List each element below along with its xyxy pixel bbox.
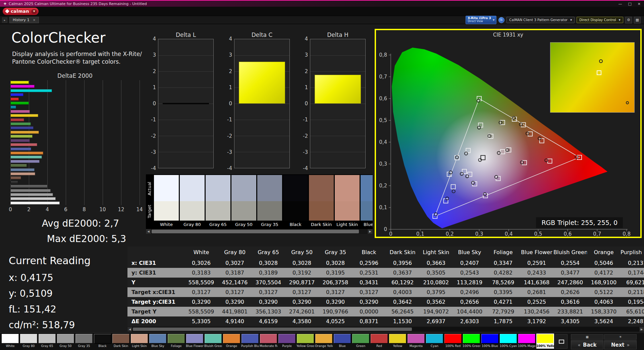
deltae-bar-light-skin	[10, 172, 35, 175]
swatch-label: Blue Sky	[361, 221, 373, 228]
swatch-scroll-left-icon[interactable]: ◀	[146, 229, 151, 234]
palette-item-orange[interactable]: Orange	[223, 334, 240, 349]
pattern-palette-bar: WhiteGray 80Gray 65Gray 50Gray 35BlackDa…	[0, 333, 644, 350]
deltae-bar-black	[10, 181, 18, 184]
pattern-window-icon	[559, 340, 564, 344]
maximize-button[interactable]: □	[628, 2, 631, 6]
next-arrows-icon: »	[627, 342, 630, 348]
page-title: ColorChecker	[11, 30, 105, 46]
palette-item-100-yellow[interactable]: 100% Yellow	[536, 334, 554, 349]
palette-item-yellow-green[interactable]: Yellow Green	[297, 334, 314, 349]
palette-item-green[interactable]: Green	[352, 334, 370, 349]
palette-item-black[interactable]: Black	[94, 334, 111, 349]
palette-item-100-cyan[interactable]: 100% Cyan	[499, 334, 517, 349]
palette-swatch	[407, 334, 425, 344]
tab-scroll-button[interactable]: ▸	[2, 17, 7, 23]
swatch-comparison-strip: Actual Target WhiteGray 80Gray 65Gray 50…	[146, 174, 373, 234]
delta-gridline	[158, 120, 213, 120]
table-cell: 356,1303	[252, 308, 285, 315]
palette-item-red[interactable]: Red	[370, 334, 388, 349]
palette-item-moderate-red[interactable]: Moderate Red	[260, 334, 277, 349]
palette-item-foliage[interactable]: Foliage	[167, 334, 185, 349]
table-cell: 0,3026	[184, 260, 218, 266]
table-cell: 5,3305	[184, 318, 218, 325]
cie-x-tick-label: 0,5	[534, 231, 542, 237]
layout-grid-button[interactable]: ▦	[634, 17, 641, 23]
window-title: Calman 2025 Calman Ultimate for Business…	[9, 2, 147, 6]
table-scroll-left-icon[interactable]: ◀	[127, 327, 132, 332]
tab-history-1[interactable]: History 1 ×	[9, 17, 39, 23]
calman-menu-button[interactable]: calman ▼	[3, 8, 39, 15]
palette-label: Purplish Blue	[241, 344, 259, 349]
palette-item-gray-80[interactable]: Gray 80	[20, 334, 38, 349]
table-cell: 4,9140	[218, 318, 252, 325]
swatch-target	[206, 201, 230, 221]
palette-item-light-skin[interactable]: Light Skin	[130, 334, 148, 349]
palette-item-orange-yellow[interactable]: Orange Yellow	[315, 334, 333, 349]
delta-gridline	[234, 55, 289, 56]
table-scroll-track[interactable]	[132, 327, 639, 332]
swatch-scroll-thumb[interactable]	[152, 230, 359, 233]
palette-item-cyan[interactable]: Cyan	[426, 334, 443, 349]
tab-close-icon[interactable]: ×	[33, 18, 36, 22]
palette-item-blue-sky[interactable]: Blue Sky	[149, 334, 167, 349]
palette-item-yellow[interactable]: Yellow	[389, 334, 407, 349]
calman-logo-text: calman	[11, 9, 29, 14]
deltae-bar-100-yellow	[10, 81, 29, 84]
palette-swatch	[444, 334, 462, 344]
palette-item-blue[interactable]: Blue	[333, 334, 351, 349]
delta-ytick-label: 0	[147, 101, 156, 107]
palette-item-purple[interactable]: Purple	[278, 334, 296, 349]
palette-item-100-magenta[interactable]: 100% Magenta	[518, 334, 536, 349]
palette-item-100-green[interactable]: 100% Green	[463, 334, 480, 349]
palette-item-white[interactable]: White	[1, 334, 19, 349]
palette-item-bluish-green[interactable]: Bluish Green	[204, 334, 222, 349]
next-button[interactable]: Next »	[604, 340, 637, 349]
table-scroll-right-icon[interactable]: ▶	[639, 327, 644, 332]
table-scroll-thumb[interactable]	[133, 328, 412, 331]
max-de2000-value: Max dE2000: 5,3	[26, 233, 147, 244]
table-cell: 0,3028	[252, 260, 285, 266]
delta-chart-plot	[310, 39, 366, 168]
palette-item-magenta[interactable]: Magenta	[407, 334, 425, 349]
swatch-scroll-track[interactable]	[151, 229, 368, 234]
table-cell: 0,3395	[486, 289, 520, 295]
minimize-button[interactable]: —	[618, 2, 622, 6]
palette-item-blue-flower[interactable]: Blue Flower	[186, 334, 204, 349]
table-row-y: Y558,5509452,1476370,5504290,8717206,375…	[127, 278, 644, 287]
delta-ytick-label: 4	[299, 36, 308, 42]
table-cell: 452,1476	[218, 279, 252, 286]
palette-item-gray-65[interactable]: Gray 65	[38, 334, 56, 349]
settings-gear-button[interactable]: ⚙	[625, 17, 632, 23]
layout-icon-button[interactable]: ▦	[571, 334, 603, 340]
table-column-header-bluish-green: Bluish Green	[553, 249, 587, 255]
cie-y-tick-label: 0,1	[379, 205, 387, 211]
display-control-dropdown[interactable]: Direct Display Control ▼	[577, 17, 623, 23]
table-cell: 441,9801	[218, 308, 252, 315]
palette-item-100-red[interactable]: 100% Red	[444, 334, 462, 349]
close-button[interactable]: ×	[638, 2, 641, 6]
swatch-scroll-right-icon[interactable]: ▶	[368, 229, 373, 234]
palette-swatch	[167, 334, 185, 344]
palette-item-purplish-blue[interactable]: Purplish Blue	[241, 334, 259, 349]
table-column-header-foliage: Foliage	[486, 249, 520, 255]
meter-dropdown[interactable]: X-Rite i1Pro 3 Direct View ▼	[466, 16, 496, 24]
palette-item-gray-35[interactable]: Gray 35	[75, 334, 93, 349]
table-column-header-dark-skin: Dark Skin	[386, 249, 419, 255]
palette-swatch	[38, 334, 56, 344]
palette-item-dark-skin[interactable]: Dark Skin	[112, 334, 130, 349]
back-button[interactable]: « Back	[571, 340, 603, 349]
palette-item-100-blue[interactable]: 100% Blue	[481, 334, 499, 349]
pattern-source-dropdown[interactable]: CalMAN Client 3 Pattern Generator ▼	[506, 17, 575, 23]
palette-item-gray-50[interactable]: Gray 50	[57, 334, 74, 349]
brightness-icon-button[interactable]: ☀	[604, 334, 637, 340]
deltae-axis-tick-label: 6	[64, 207, 67, 213]
description-line-2: Pantone ColorChecker® target colors.	[12, 58, 142, 66]
pattern-window-button[interactable]	[555, 334, 568, 349]
swatch-actual	[231, 175, 256, 201]
deltae-bar-white	[10, 201, 60, 205]
palette-swatch	[352, 334, 370, 344]
palette-swatch	[260, 334, 277, 344]
table-row-label: x: CIE31	[127, 260, 184, 266]
meter-status-icon[interactable]: i1	[498, 17, 504, 23]
